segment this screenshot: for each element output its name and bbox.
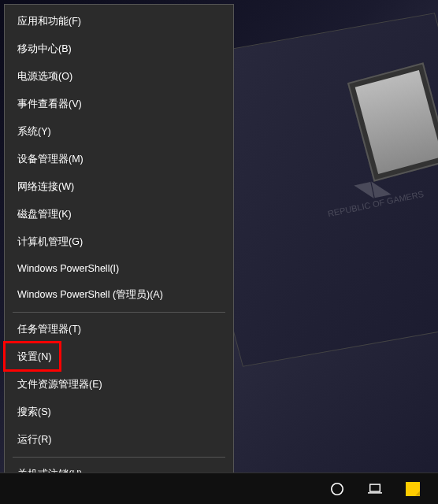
menu-item-label: 计算机管理(G) [17, 235, 83, 249]
menu-item[interactable]: Windows PowerShell(I) [5, 256, 233, 281]
taskbar [0, 472, 438, 504]
svg-point-0 [332, 483, 343, 494]
cortana-icon[interactable] [318, 473, 356, 505]
desktop-photo [355, 70, 438, 174]
menu-item-label: 磁盘管理(K) [17, 208, 72, 221]
menu-item-label: 移动中心(B) [17, 43, 72, 56]
menu-item-label: 任务管理器(T) [17, 323, 81, 336]
menu-item[interactable]: 文件资源管理器(E) [5, 371, 233, 398]
menu-item[interactable]: 移动中心(B) [5, 35, 233, 63]
menu-item[interactable]: 事件查看器(V) [5, 91, 233, 118]
menu-separator [13, 312, 225, 313]
menu-item[interactable]: 计算机管理(G) [5, 228, 233, 256]
menu-item-label: 搜索(S) [17, 406, 51, 419]
menu-item-label: 设置(N) [17, 350, 51, 364]
rog-logo: ◥◣ REPUBLIC OF GAMERS [322, 168, 425, 219]
menu-item-label: 电源选项(O) [17, 70, 72, 83]
menu-item[interactable]: 网络连接(W) [5, 173, 233, 201]
menu-item[interactable]: 任务管理器(T) [5, 316, 233, 343]
desktop-photo-frame [347, 62, 438, 181]
menu-item-label: Windows PowerShell (管理员)(A) [17, 288, 163, 302]
menu-item[interactable]: 系统(Y) [5, 118, 233, 146]
menu-item-label: 文件资源管理器(E) [17, 378, 102, 391]
svg-rect-1 [370, 484, 380, 491]
menu-item[interactable]: 设置(N) [5, 343, 233, 371]
menu-item[interactable]: 设备管理器(M) [5, 146, 233, 173]
menu-item-label: 事件查看器(V) [17, 98, 82, 111]
menu-item-label: Windows PowerShell(I) [17, 263, 119, 274]
menu-item-label: 应用和功能(F) [17, 15, 81, 28]
menu-item-label: 系统(Y) [17, 125, 51, 139]
winx-context-menu: 应用和功能(F)移动中心(B)电源选项(O)事件查看器(V)系统(Y)设备管理器… [4, 4, 234, 504]
taskview-icon[interactable] [356, 473, 394, 505]
menu-separator [13, 457, 225, 458]
menu-item-label: 设备管理器(M) [17, 153, 84, 166]
menu-item-label: 运行(R) [17, 433, 51, 447]
menu-item[interactable]: 电源选项(O) [5, 63, 233, 91]
menu-item[interactable]: 应用和功能(F) [5, 8, 233, 35]
menu-item[interactable]: Windows PowerShell (管理员)(A) [5, 281, 233, 309]
menu-item[interactable]: 搜索(S) [5, 398, 233, 426]
menu-item-label: 网络连接(W) [17, 180, 74, 194]
menu-item[interactable]: 磁盘管理(K) [5, 201, 233, 228]
sticky-notes-icon[interactable] [394, 473, 432, 505]
menu-item[interactable]: 运行(R) [5, 426, 233, 454]
